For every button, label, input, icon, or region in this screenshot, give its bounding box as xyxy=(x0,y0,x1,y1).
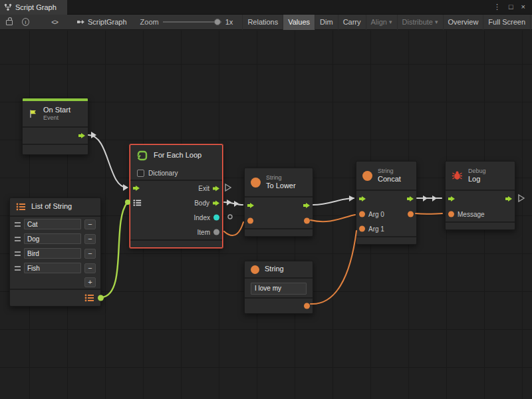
code-icon[interactable]: <> xyxy=(51,19,58,26)
drag-handle-icon[interactable] xyxy=(15,251,21,256)
port-label-arg1: Arg 1 xyxy=(368,225,384,233)
unconnected-flow-indicator xyxy=(225,184,231,191)
port-flow-out[interactable] xyxy=(78,133,85,138)
zoom-slider-track[interactable] xyxy=(163,21,221,23)
remove-item-button[interactable]: − xyxy=(84,234,96,244)
node-debug-log[interactable]: Debug Log Message xyxy=(445,161,515,230)
lock-icon[interactable] xyxy=(6,20,13,25)
node-category: Debug xyxy=(468,168,486,175)
drag-handle-icon[interactable] xyxy=(15,237,21,241)
add-item-button[interactable]: + xyxy=(84,277,96,287)
port-flow-in[interactable] xyxy=(359,196,366,201)
string-value-input[interactable] xyxy=(251,283,307,295)
toolbar-button-align[interactable]: Align ▾ xyxy=(366,15,397,30)
dictionary-checkbox[interactable] xyxy=(137,170,144,177)
chevron-down-icon: ▾ xyxy=(435,19,438,25)
port-arg0-in[interactable] xyxy=(359,211,365,217)
toolbar: i <> ScriptGraph Zoom 1x Relations Value… xyxy=(0,15,532,30)
toolbar-button-values[interactable]: Values xyxy=(283,15,315,30)
toolbar-button-relations[interactable]: Relations xyxy=(242,15,283,30)
script-graph-icon xyxy=(76,18,84,26)
bug-icon xyxy=(452,171,463,180)
info-icon[interactable]: i xyxy=(22,18,30,26)
list-port-icon[interactable] xyxy=(133,200,142,207)
node-title: Concat xyxy=(378,175,401,184)
port-message-in[interactable] xyxy=(448,211,454,217)
node-string-literal[interactable]: String xyxy=(244,261,313,314)
remove-item-button[interactable]: − xyxy=(84,249,96,259)
checkbox-label: Dictionary xyxy=(148,170,178,177)
window-menu-icon[interactable]: ⋮ xyxy=(493,3,501,11)
wire-tolower-arg0 xyxy=(311,215,355,221)
node-for-each-loop[interactable]: For Each Loop Dictionary Exit xyxy=(130,144,223,248)
port-flow-in[interactable] xyxy=(133,186,140,191)
toolbar-button-fullscreen[interactable]: Full Screen xyxy=(483,15,531,30)
toolbar-button-carry[interactable]: Carry xyxy=(338,15,366,30)
port-label-item: Item xyxy=(198,229,210,236)
remove-item-button[interactable]: − xyxy=(84,263,96,273)
list-item-input[interactable] xyxy=(24,263,81,273)
arrowhead xyxy=(227,200,231,205)
port-flow-out[interactable] xyxy=(303,203,310,208)
window-controls: ⋮ □ × xyxy=(493,3,532,11)
list-item-input[interactable] xyxy=(24,233,81,244)
port-result-out[interactable] xyxy=(408,211,414,217)
maximize-icon[interactable]: □ xyxy=(509,3,513,11)
arrowhead xyxy=(423,196,428,201)
zoom-slider-knob[interactable] xyxy=(214,19,221,25)
node-title: On Start xyxy=(43,106,70,114)
port-index-out[interactable] xyxy=(213,215,219,221)
remove-item-button[interactable]: − xyxy=(84,219,96,229)
port-flow-out[interactable] xyxy=(407,196,414,201)
graph-chip[interactable]: ScriptGraph xyxy=(76,18,127,26)
tab-title: Script Graph xyxy=(15,3,57,11)
wire-item-tolower xyxy=(224,222,243,235)
unconnected-value-indicator xyxy=(228,215,232,219)
list-row: − xyxy=(10,261,100,275)
port-body-out[interactable] xyxy=(213,200,219,205)
port-flow-in[interactable] xyxy=(247,203,254,208)
port-result-out[interactable] xyxy=(304,218,310,224)
graph-canvas[interactable]: On Start Event List of String xyxy=(0,31,532,399)
port-item-out[interactable] xyxy=(213,229,219,235)
arrowhead xyxy=(234,201,239,207)
port-string-out[interactable] xyxy=(304,303,310,309)
port-label-message: Message xyxy=(458,211,485,218)
port-string-in[interactable] xyxy=(247,218,253,224)
toolbar-button-distribute[interactable]: Distribute ▾ xyxy=(397,15,443,30)
toolbar-button-dim[interactable]: Dim xyxy=(315,15,338,30)
zoom-label: Zoom xyxy=(140,18,159,26)
node-subtitle: Event xyxy=(43,114,70,122)
node-list-of-string[interactable]: List of String − − − − + xyxy=(9,198,101,307)
drag-handle-icon[interactable] xyxy=(15,266,21,271)
toolbar-button-overview[interactable]: Overview xyxy=(443,15,483,30)
arrowhead xyxy=(349,196,354,201)
port-arg1-in[interactable] xyxy=(359,226,365,232)
port-flow-in[interactable] xyxy=(448,196,455,201)
port-label-exit: Exit xyxy=(198,185,209,192)
arrowhead xyxy=(432,196,437,201)
titlebar: Script Graph ⋮ □ × xyxy=(0,0,532,15)
tab-script-graph[interactable]: Script Graph xyxy=(0,0,67,15)
close-icon[interactable]: × xyxy=(521,3,525,11)
port-exit-out[interactable] xyxy=(213,186,219,191)
node-category: String xyxy=(266,174,296,182)
wire-list-foreach xyxy=(102,203,127,297)
arrowhead xyxy=(91,132,96,138)
wire-body-tolower xyxy=(224,202,243,205)
align-label: Align xyxy=(371,18,387,26)
port-flow-out[interactable] xyxy=(505,196,512,201)
list-icon xyxy=(16,203,26,211)
list-item-input[interactable] xyxy=(24,219,81,229)
node-string-to-lower[interactable]: String To Lower xyxy=(244,168,313,237)
node-on-start[interactable]: On Start Event xyxy=(22,98,88,155)
drag-handle-icon[interactable] xyxy=(15,222,21,227)
list-icon xyxy=(84,294,94,302)
list-item-input[interactable] xyxy=(24,248,81,259)
zoom-value: 1x xyxy=(225,18,233,26)
zoom-slider[interactable] xyxy=(163,18,221,26)
string-unit-icon xyxy=(251,265,259,274)
port-list-out[interactable] xyxy=(98,295,104,301)
node-string-concat[interactable]: String Concat Arg 0 Arg 1 xyxy=(356,161,417,245)
arrowhead xyxy=(123,184,128,191)
